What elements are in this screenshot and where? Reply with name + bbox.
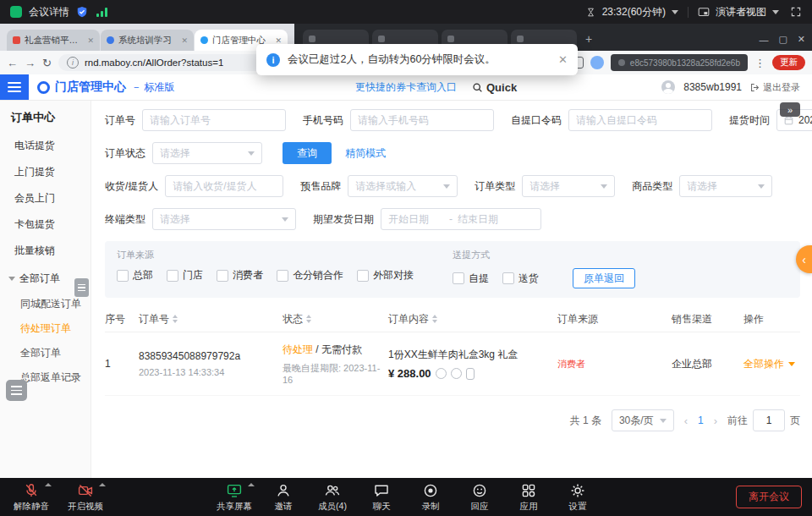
- settings-button[interactable]: 设置: [557, 482, 599, 513]
- meeting-timer[interactable]: 23:32(60分钟): [602, 5, 666, 19]
- tab-close-icon[interactable]: ✕: [181, 36, 188, 45]
- sidebar-item-all-orders[interactable]: 全部订单: [0, 341, 91, 365]
- query-button[interactable]: 查询: [283, 142, 332, 164]
- window-close-icon[interactable]: ✕: [798, 34, 805, 45]
- view-mode-button[interactable]: 演讲者视图: [716, 5, 766, 19]
- forward-icon[interactable]: →: [25, 58, 36, 69]
- current-page[interactable]: 1: [698, 414, 704, 426]
- tab-close-icon[interactable]: ✕: [275, 36, 282, 45]
- window-maximize-icon[interactable]: ▢: [778, 34, 787, 45]
- logout-button[interactable]: 退出登录: [750, 81, 800, 94]
- reaction-button[interactable]: 回应: [458, 482, 501, 513]
- prev-page-icon[interactable]: ‹: [684, 414, 688, 427]
- order-number[interactable]: 83859345088979792a: [139, 350, 283, 362]
- sidebar-item-door-pickup[interactable]: 上门提货: [0, 159, 91, 185]
- quick-coupon-link[interactable]: 更快捷的券卡查询入口: [355, 80, 457, 95]
- chevron-up-icon[interactable]: [99, 483, 106, 486]
- checkbox-icon[interactable]: [167, 270, 178, 282]
- app-menu-button[interactable]: [0, 74, 29, 100]
- ship-start-input[interactable]: [388, 213, 444, 225]
- delivery-checkbox-delivery[interactable]: 送货: [502, 272, 539, 286]
- next-page-icon[interactable]: ›: [714, 414, 717, 427]
- checkbox-icon[interactable]: [357, 270, 369, 282]
- browser-tab-2[interactable]: 系统培训学习 ✕: [101, 30, 194, 51]
- view-caret-icon[interactable]: [772, 10, 779, 14]
- order-type-select[interactable]: 请选择: [522, 175, 615, 197]
- order-status-select[interactable]: 请选择: [152, 142, 262, 164]
- tab-close-icon[interactable]: ✕: [87, 36, 94, 45]
- sidebar-item-pending-orders[interactable]: 待处理订单: [0, 316, 91, 341]
- security-shield-icon[interactable]: [76, 6, 88, 18]
- list-floating-button[interactable]: [6, 380, 27, 401]
- pickup-code-input[interactable]: [568, 109, 712, 131]
- delivery-checkbox-selfpickup[interactable]: 自提: [453, 272, 489, 286]
- share-screen-button[interactable]: 共享屏幕: [213, 482, 255, 513]
- col-channel: 销售渠道: [672, 312, 743, 327]
- sort-icon[interactable]: [173, 315, 178, 323]
- checkbox-icon[interactable]: [117, 270, 129, 282]
- reload-icon[interactable]: ↻: [42, 58, 52, 69]
- checkbox-icon[interactable]: [277, 270, 288, 282]
- sidebar-item-card-pickup[interactable]: 卡包提货: [0, 211, 91, 238]
- record-button[interactable]: 录制: [409, 482, 452, 513]
- terminal-select[interactable]: 请选择: [152, 208, 296, 230]
- timer-caret-icon[interactable]: [672, 10, 678, 14]
- browser-update-button[interactable]: 更新: [772, 55, 805, 70]
- col-content[interactable]: 订单内容: [388, 312, 557, 327]
- sidebar-item-batch-verify[interactable]: 批量核销: [0, 238, 91, 264]
- apps-button[interactable]: 应用: [508, 482, 550, 513]
- browser-tab-1[interactable]: 礼盒营销平台管理中心 ✕: [7, 30, 100, 51]
- checkbox-icon[interactable]: [502, 272, 514, 284]
- members-button[interactable]: 成员(4): [311, 482, 354, 513]
- source-checkbox-store[interactable]: 门店: [167, 268, 203, 283]
- quick-search-button[interactable]: Quick: [472, 81, 517, 94]
- phone-input[interactable]: [350, 109, 494, 131]
- tab-favicon: [107, 36, 114, 44]
- browser-profile-avatar[interactable]: [590, 56, 604, 69]
- leave-meeting-button[interactable]: 离开会议: [736, 486, 802, 508]
- notification-close-icon[interactable]: ✕: [558, 53, 568, 66]
- fullscreen-icon[interactable]: [790, 6, 802, 18]
- original-return-button[interactable]: 原单退回: [573, 268, 635, 288]
- collapse-panel-button[interactable]: »: [780, 102, 800, 117]
- order-row[interactable]: 1 83859345088979792a 2023-11-13 14:33:34…: [105, 332, 800, 396]
- brand-select[interactable]: 请选择或输入: [348, 175, 458, 197]
- sort-icon[interactable]: [306, 315, 311, 323]
- sort-icon[interactable]: [432, 315, 437, 323]
- row-actions-dropdown[interactable]: 全部操作: [743, 357, 800, 371]
- ship-end-input[interactable]: [458, 213, 507, 225]
- unmute-button[interactable]: 解除静音: [10, 482, 52, 513]
- pickup-start-input[interactable]: [798, 114, 812, 126]
- gear-icon: [569, 482, 586, 499]
- apps-grid-icon: [520, 482, 537, 499]
- sidebar-item-member-visit[interactable]: 会员上门: [0, 185, 91, 211]
- goods-type-select[interactable]: 请选择: [679, 175, 772, 197]
- simple-mode-link[interactable]: 精简模式: [345, 146, 386, 161]
- invite-button[interactable]: 邀请: [262, 482, 304, 513]
- checkbox-icon[interactable]: [453, 272, 464, 284]
- browser-menu-icon[interactable]: ⋮: [754, 58, 765, 69]
- site-info-icon[interactable]: i: [67, 57, 79, 69]
- col-status[interactable]: 状态: [283, 312, 388, 327]
- col-order-no[interactable]: 订单号: [139, 312, 283, 327]
- source-checkbox-external[interactable]: 外部对接: [357, 268, 414, 283]
- ship-date-range[interactable]: -: [381, 208, 541, 230]
- order-no-input[interactable]: [142, 109, 286, 131]
- chevron-up-icon[interactable]: [248, 483, 255, 486]
- checkbox-icon[interactable]: [217, 270, 228, 282]
- meeting-detail-button[interactable]: 会议详情: [29, 5, 69, 19]
- page-size-select[interactable]: 30条/页: [612, 409, 674, 431]
- sidebar-toggle-button[interactable]: [74, 278, 89, 297]
- new-tab-button[interactable]: +: [585, 32, 592, 46]
- source-checkbox-hq[interactable]: 总部: [117, 268, 153, 283]
- goto-page-input[interactable]: [753, 409, 785, 431]
- receiver-input[interactable]: [165, 175, 283, 197]
- chevron-up-icon[interactable]: [45, 483, 52, 486]
- source-checkbox-consumer[interactable]: 消费者: [217, 268, 263, 283]
- window-minimize-icon[interactable]: —: [759, 35, 768, 45]
- sidebar-item-phone-pickup[interactable]: 电话提货: [0, 133, 91, 159]
- source-checkbox-warehouse[interactable]: 仓分销合作: [277, 268, 343, 283]
- chat-button[interactable]: 聊天: [360, 482, 403, 513]
- back-icon[interactable]: ←: [7, 58, 18, 69]
- start-video-button[interactable]: 开启视频: [64, 482, 107, 513]
